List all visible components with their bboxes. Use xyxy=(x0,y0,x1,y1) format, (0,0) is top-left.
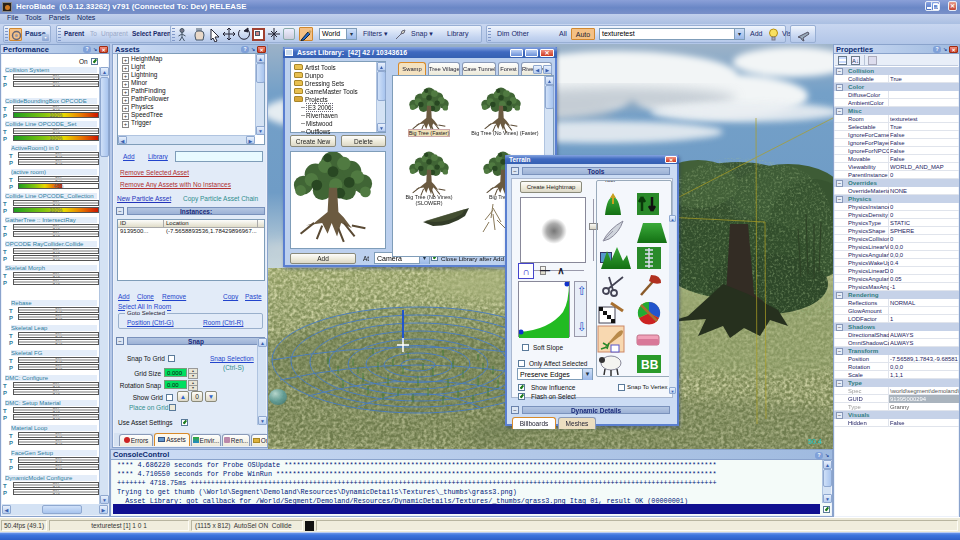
svg-text:50.4: 50.4 xyxy=(808,438,822,445)
svg-text:BB: BB xyxy=(641,358,659,372)
